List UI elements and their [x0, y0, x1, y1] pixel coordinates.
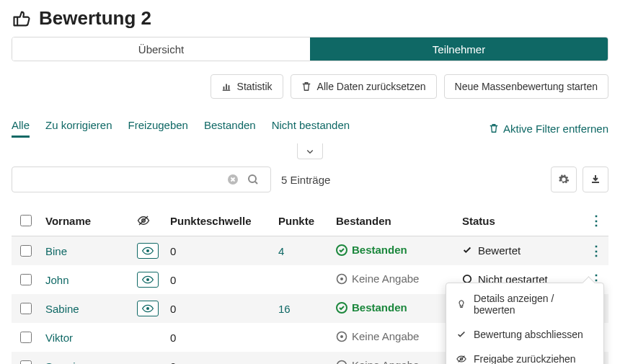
page-header: Bewertung 2	[12, 7, 608, 30]
new-bulk-button[interactable]: Neue Massenbewertung starten	[444, 74, 608, 99]
search-input[interactable]	[19, 167, 223, 192]
collapse-toggle[interactable]	[297, 143, 323, 159]
preview-button[interactable]	[137, 301, 159, 316]
preview-button[interactable]	[137, 243, 159, 259]
page-title: Bewertung 2	[39, 7, 151, 30]
filter-to-release[interactable]: Freizugeben	[128, 119, 188, 138]
col-status[interactable]: Status	[456, 205, 583, 236]
col-punkte[interactable]: Punkte	[273, 205, 330, 236]
lightbulb-icon	[456, 299, 466, 309]
cell-punkte[interactable]	[273, 352, 330, 364]
cell-schwelle: 0	[164, 265, 273, 294]
reset-label: Alle Daten zurücksetzen	[317, 81, 426, 92]
col-vorname[interactable]: Vorname	[40, 205, 131, 236]
tab-participants[interactable]: Teilnehmer	[310, 37, 608, 61]
participant-link[interactable]: Bine	[45, 245, 67, 257]
toolbar: Statistik Alle Daten zurücksetzen Neue M…	[12, 74, 608, 99]
menu-withdraw[interactable]: Freigabe zurückziehen	[446, 347, 603, 364]
check-icon	[456, 329, 466, 339]
search-icon[interactable]	[243, 174, 263, 185]
cell-punkte[interactable]	[273, 323, 330, 352]
search-box	[12, 167, 271, 192]
stats-button[interactable]: Statistik	[211, 74, 283, 99]
participant-link[interactable]: Viktor	[45, 332, 73, 344]
check-icon	[462, 245, 472, 255]
download-icon	[590, 174, 601, 185]
participant-link[interactable]: Samsi	[45, 360, 76, 365]
nav-tabs: Übersicht Teilnehmer	[12, 37, 608, 61]
svg-point-9	[146, 307, 149, 310]
cell-punkte[interactable]: 4	[273, 236, 330, 266]
svg-point-5	[146, 278, 149, 281]
chevron-down-icon	[306, 147, 314, 156]
col-bestanden[interactable]: Bestanden	[330, 205, 456, 236]
new-bulk-label: Neue Massenbewertung starten	[455, 81, 598, 92]
row-checkbox[interactable]	[20, 332, 32, 343]
collapse-row	[12, 143, 608, 159]
menu-close[interactable]: Bewertung abschliessen	[446, 322, 603, 347]
right-cluster	[551, 167, 608, 192]
gear-icon	[558, 174, 570, 185]
row-checkbox[interactable]	[20, 303, 32, 314]
cell-bestanden: Keine Angabe	[330, 265, 456, 294]
preview-button[interactable]	[137, 272, 159, 288]
cell-bestanden: Keine Angabe	[330, 323, 456, 352]
col-schwelle[interactable]: Punkteschwelle	[164, 205, 273, 236]
cell-bestanden: Keine Angabe	[330, 352, 456, 364]
cell-schwelle: 0	[164, 294, 273, 323]
participant-link[interactable]: Sabine	[45, 303, 79, 315]
remove-filters-label: Aktive Filter entfernen	[503, 123, 608, 135]
filter-to-correct[interactable]: Zu korrigieren	[45, 119, 112, 138]
svg-point-13	[337, 360, 347, 364]
clear-icon[interactable]	[223, 174, 243, 185]
svg-point-1	[249, 175, 256, 182]
trash-icon	[301, 81, 311, 92]
bar-chart-icon	[221, 81, 231, 92]
row-checkbox[interactable]	[20, 274, 32, 285]
menu-details-label: Details anzeigen / bewerten	[474, 293, 593, 316]
menu-close-label: Bewertung abschliessen	[474, 329, 583, 340]
svg-point-12	[340, 335, 343, 338]
eye-icon	[142, 247, 154, 255]
check-circle-icon	[336, 302, 347, 314]
download-button[interactable]	[583, 167, 608, 192]
filter-all[interactable]: Alle	[12, 119, 30, 138]
table-row: Bine04BestandenBewertet⋮	[12, 236, 608, 266]
svg-point-8	[464, 275, 471, 283]
tab-overview[interactable]: Übersicht	[12, 37, 310, 61]
stats-label: Statistik	[237, 81, 273, 92]
menu-withdraw-label: Freigabe zurückziehen	[474, 353, 576, 364]
eye-off-icon	[456, 354, 466, 364]
eye-icon	[142, 304, 154, 313]
filter-failed[interactable]: Nicht bestanden	[272, 119, 350, 138]
participant-link[interactable]: John	[45, 274, 69, 286]
filter-passed[interactable]: Bestanden	[204, 119, 256, 138]
reset-button[interactable]: Alle Daten zurücksetzen	[291, 74, 437, 99]
thumbs-up-icon	[12, 9, 32, 29]
svg-point-3	[146, 249, 149, 252]
cell-schwelle: 0	[164, 352, 273, 364]
cell-bestanden: Bestanden	[330, 294, 456, 323]
row-checkbox[interactable]	[20, 245, 32, 257]
search-row: 5 Einträge	[12, 167, 608, 192]
entry-count: 5 Einträge	[281, 174, 330, 186]
cell-punkte[interactable]: 16	[273, 294, 330, 323]
dot-circle-icon	[336, 273, 347, 285]
cell-schwelle: 0	[164, 236, 273, 266]
trash-icon	[489, 123, 499, 133]
cell-punkte[interactable]	[273, 265, 330, 294]
select-all-checkbox[interactable]	[20, 215, 32, 226]
dot-circle-icon	[336, 360, 347, 364]
remove-filters-button[interactable]: Aktive Filter entfernen	[489, 123, 608, 135]
row-actions-button[interactable]: ⋮	[590, 244, 603, 258]
settings-button[interactable]	[551, 167, 577, 192]
eye-icon	[142, 275, 154, 284]
menu-details[interactable]: Details anzeigen / bewerten	[446, 286, 603, 322]
header-actions-menu[interactable]: ⋮	[590, 213, 603, 228]
filters-row: Alle Zu korrigieren Freizugeben Bestande…	[12, 119, 608, 138]
visibility-icon[interactable]	[137, 214, 159, 227]
svg-point-7	[340, 278, 343, 280]
row-checkbox[interactable]	[20, 360, 32, 364]
row-actions-menu: Details anzeigen / bewerten Bewertung ab…	[446, 283, 604, 364]
cell-bestanden: Bestanden	[330, 236, 456, 266]
